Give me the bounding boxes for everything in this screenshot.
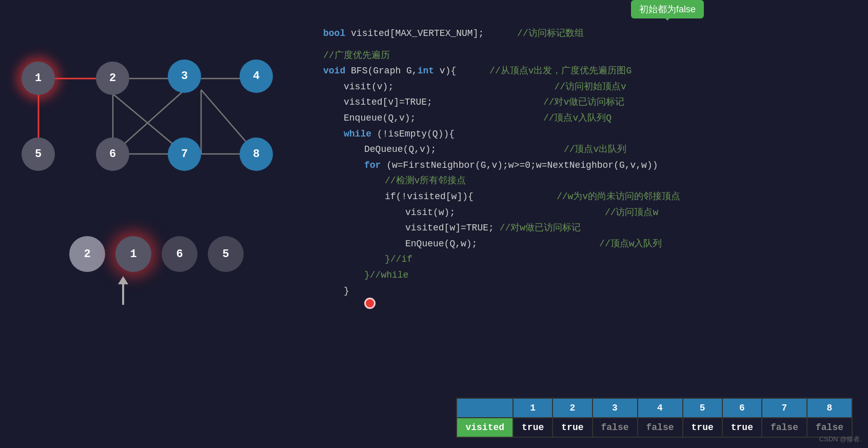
code-line-15: }//if [323,251,853,267]
code-line-12: visit(w); //访问顶点w [323,205,853,221]
watermark: CSDN @修者. [819,435,862,444]
tooltip-bubble: 初始都为false [631,0,704,18]
main-container: 1 2 3 4 5 6 7 [0,0,868,448]
visited-header-5: 5 [683,398,722,418]
visited-header-2: 2 [553,398,592,418]
code-line-8: DeQueue(Q,v); //顶点v出队列 [323,142,853,158]
code-line-comment: //广度优先遍历 [323,48,853,64]
queue-nodes: 2 1 6 5 [69,236,244,272]
visited-table-row: visited true true false false true true … [457,418,852,437]
visited-header-8: 8 [807,398,852,418]
code-line-17: } [323,283,853,299]
code-line-14: EnQueue(Q,w); //顶点w入队列 [323,236,853,252]
visited-table: 1 2 3 4 5 6 7 8 visited true true false … [456,398,853,438]
code-line-6: Enqueue(Q,v); //顶点v入队列Q [323,110,853,126]
right-panel: 初始都为false bool visited[MAX_VERTEX_NUM]; … [308,0,868,448]
graph-node-7: 7 [168,138,201,171]
queue-node-6: 6 [162,236,198,272]
code-line-5: visited[v]=TRUE; //对v做已访问标记 [323,94,853,110]
graph-node-2: 2 [96,62,129,95]
code-line-4: visit(v); //访问初始顶点v [323,79,853,95]
visited-val-5: true [683,418,722,437]
queue-node-2: 2 [69,236,105,272]
visited-header-1: 1 [513,398,553,418]
graph-node-5: 5 [22,138,55,171]
left-panel: 1 2 3 4 5 6 7 [0,0,308,448]
queue-area: 2 1 6 5 [10,236,303,318]
visited-header-3: 3 [593,398,638,418]
code-block: bool visited[MAX_VERTEX_NUM]; //访问标记数组 /… [323,26,853,299]
graph-node-1: 1 [22,62,55,95]
queue-node-5: 5 [208,236,244,272]
graph-node-6: 6 [96,138,129,171]
visited-header-7: 7 [762,398,807,418]
visited-label: visited [457,418,513,437]
graph-area: 1 2 3 4 5 6 7 [10,10,303,216]
visited-val-1: true [513,418,553,437]
queue-node-1: 1 [115,236,151,272]
code-line-1: bool visited[MAX_VERTEX_NUM]; //访问标记数组 [323,26,853,42]
visited-val-6: true [722,418,762,437]
graph-node-8: 8 [240,138,273,171]
graph-svg [10,10,303,205]
code-line-16: }//while [323,267,853,283]
graph-node-3: 3 [168,60,201,93]
queue-pointer [118,276,128,305]
code-line-11: if(!visited[w]){ //w为v的尚未访问的邻接顶点 [323,189,853,205]
visited-val-2: true [553,418,592,437]
visited-header-4: 4 [638,398,683,418]
code-line-7: while (!isEmpty(Q)){ [323,126,853,142]
visited-val-4: false [638,418,683,437]
visited-header-6: 6 [722,398,762,418]
graph-node-4: 4 [240,60,273,93]
visited-header-empty [457,398,513,418]
red-dot-cursor [364,298,376,309]
code-line-13: visited[w]=TRUE; //对w做已访问标记 [323,220,853,236]
visited-val-3: false [593,418,638,437]
code-line-9: for (w=FirstNeighbor(G,v);w>=0;w=NextNei… [323,158,853,173]
code-line-3: void BFS(Graph G,int v){ //从顶点v出发，广度优先遍历… [323,63,853,79]
code-line-10: //检测v所有邻接点 [323,173,853,189]
visited-val-7: false [762,418,807,437]
visited-table-header: 1 2 3 4 5 6 7 8 [457,398,852,418]
